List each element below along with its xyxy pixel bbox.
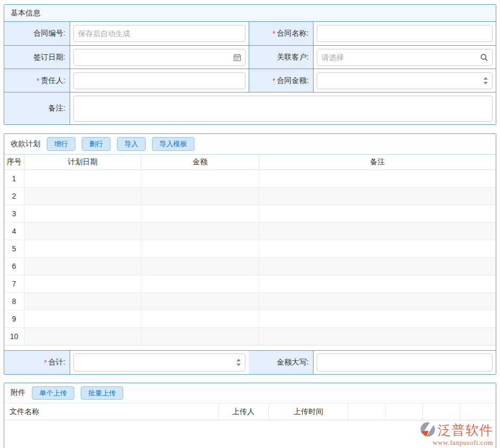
row-number: 3 — [4, 205, 24, 222]
form-row-remark: 备注: — [4, 92, 496, 124]
attachment-header-empty — [386, 403, 423, 420]
amount-input[interactable] — [317, 72, 493, 89]
row-number: 9 — [4, 310, 24, 327]
contract-no-input[interactable] — [73, 25, 245, 42]
plan-date-cell[interactable] — [24, 188, 141, 205]
customer-label: 关联客户: — [249, 46, 313, 69]
remark-cell[interactable] — [259, 170, 496, 187]
amount-spinner[interactable] — [484, 77, 488, 84]
plan-date-cell[interactable] — [24, 328, 141, 345]
sign-date-cell — [70, 46, 249, 69]
attachment-header-filename: 文件名称 — [4, 403, 218, 420]
batch-upload-button[interactable]: 批量上传 — [81, 386, 123, 400]
sign-date-label: 签订日期: — [4, 46, 70, 69]
amount-cell[interactable] — [141, 275, 259, 292]
attachment-panel: 附件 单个上传 批量上传 文件名称 上传人 上传时间 泛普软件 ww — [4, 383, 496, 448]
amount-cell[interactable] — [141, 188, 259, 205]
fanpu-logo-icon — [419, 421, 437, 439]
spinner-up-icon[interactable] — [236, 359, 241, 361]
plan-date-cell[interactable] — [24, 170, 141, 187]
remark-textarea[interactable] — [73, 96, 493, 122]
plan-date-cell[interactable] — [24, 275, 141, 292]
row-number: 4 — [4, 223, 24, 240]
import-button[interactable]: 导入 — [117, 137, 146, 151]
import-template-button[interactable]: 导入模板 — [152, 137, 194, 151]
amount-cell[interactable] — [141, 170, 259, 187]
amount-cell[interactable] — [141, 328, 259, 345]
add-row-button[interactable]: 增行 — [47, 137, 75, 151]
row-number: 5 — [4, 240, 24, 257]
amount-label: * 合同金额: — [249, 69, 313, 92]
contract-no-cell — [70, 22, 249, 45]
plan-date-cell[interactable] — [24, 205, 141, 222]
customer-input[interactable] — [317, 49, 493, 66]
search-icon[interactable] — [480, 53, 488, 62]
watermark: 泛普软件 www.fanpusoft.com — [419, 421, 493, 447]
amount-cell[interactable] — [141, 240, 259, 257]
total-spinner[interactable] — [236, 359, 241, 366]
plan-date-cell[interactable] — [24, 258, 141, 275]
plan-header-seq: 序号 — [4, 155, 24, 170]
watermark-brand-text: 泛普软件 — [438, 421, 493, 439]
plan-header-amount: 金额 — [141, 155, 259, 170]
remark-cell[interactable] — [259, 275, 496, 292]
row-number: 1 — [4, 170, 24, 187]
remark-cell[interactable] — [259, 205, 496, 222]
delete-row-button[interactable]: 删行 — [82, 137, 111, 151]
plan-date-cell[interactable] — [24, 223, 141, 240]
row-number: 7 — [4, 275, 24, 292]
plan-table-body: 12345678910 — [4, 170, 496, 345]
payment-plan-header: 收款计划 增行 删行 导入 导入模板 — [4, 134, 496, 154]
attachment-header: 附件 单个上传 批量上传 — [4, 383, 496, 403]
remark-cell[interactable] — [259, 293, 496, 310]
spinner-down-icon[interactable] — [236, 364, 241, 366]
customer-cell — [313, 46, 496, 69]
table-row: 5 — [4, 240, 496, 258]
attachment-header-empty — [460, 403, 496, 420]
required-asterisk: * — [273, 29, 275, 38]
contract-name-input[interactable] — [317, 25, 493, 42]
single-upload-button[interactable]: 单个上传 — [32, 386, 74, 400]
total-input[interactable] — [73, 353, 245, 371]
remark-cell[interactable] — [259, 223, 496, 240]
spinner-up-icon[interactable] — [484, 77, 488, 80]
attachment-header-uploadtime: 上传时间 — [269, 403, 349, 420]
plan-footer: * 合计: 金额大写: — [4, 350, 496, 374]
row-number: 10 — [4, 328, 24, 345]
amount-cell[interactable] — [141, 258, 259, 275]
sign-date-input[interactable] — [73, 49, 245, 66]
table-row: 10 — [4, 328, 496, 345]
uppercase-amount-input[interactable] — [317, 353, 493, 371]
spinner-down-icon[interactable] — [484, 82, 488, 84]
payment-plan-panel: 收款计划 增行 删行 导入 导入模板 序号 计划日期 金额 备注 1234567… — [4, 133, 496, 375]
remark-cell[interactable] — [259, 258, 496, 275]
plan-date-cell[interactable] — [24, 240, 141, 257]
amount-cell[interactable] — [141, 310, 259, 327]
amount-cell — [313, 69, 496, 92]
uppercase-amount-label: 金额大写: — [249, 351, 313, 374]
required-asterisk: * — [37, 77, 39, 85]
amount-cell[interactable] — [141, 223, 259, 240]
remark-label: 备注: — [4, 92, 70, 124]
attachment-table-body: 泛普软件 www.fanpusoft.com — [4, 420, 496, 448]
responsible-input[interactable] — [73, 72, 245, 89]
calendar-icon[interactable] — [233, 53, 241, 61]
form-row-date-customer: 签订日期: 关联客户: — [4, 45, 496, 69]
plan-table-header: 序号 计划日期 金额 备注 — [4, 154, 496, 170]
remark-cell[interactable] — [259, 328, 496, 345]
row-number: 8 — [4, 293, 24, 310]
attachment-title: 附件 — [11, 388, 26, 398]
basic-info-panel: 基本信息 合同编号: * 合同名称: 签订日期: — [4, 4, 496, 125]
table-row: 4 — [4, 223, 496, 240]
plan-date-cell[interactable] — [24, 293, 141, 310]
remark-cell[interactable] — [259, 188, 496, 205]
remark-cell[interactable] — [259, 240, 496, 257]
amount-cell[interactable] — [141, 205, 259, 222]
attachment-table-header: 文件名称 上传人 上传时间 — [4, 403, 496, 420]
table-row: 8 — [4, 293, 496, 310]
remark-cell[interactable] — [259, 310, 496, 327]
plan-date-cell[interactable] — [24, 310, 141, 327]
contract-name-label: * 合同名称: — [249, 22, 313, 45]
plan-header-remark: 备注 — [259, 155, 496, 170]
amount-cell[interactable] — [141, 293, 259, 310]
